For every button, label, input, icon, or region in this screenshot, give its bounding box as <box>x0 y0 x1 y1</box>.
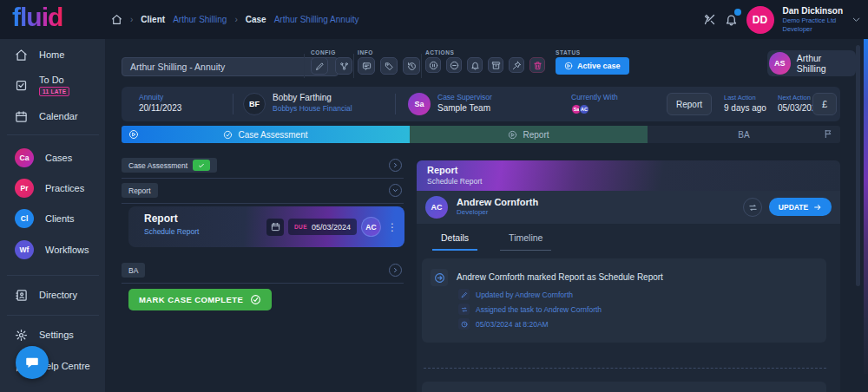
fees-button[interactable]: £ <box>812 93 837 115</box>
breadcrumb-separator: › <box>234 15 237 24</box>
case-client-card[interactable]: AS Arthur Shilling <box>767 50 856 76</box>
currently-with-label: Currently With <box>571 93 618 101</box>
pause-case-icon[interactable] <box>425 57 441 73</box>
pin-icon[interactable] <box>509 57 524 73</box>
detail-assignee-row: AC Andrew Cornforth Developer UPDATE <box>417 191 840 224</box>
sidebar-item-calendar[interactable]: Calendar <box>0 106 106 127</box>
adviser-block: Bobby Farthing Bobbys House Financial <box>273 93 352 113</box>
last-action-label: Last Action <box>724 94 766 101</box>
sidebar-item-todo[interactable]: To Do 11 LATE <box>0 73 106 97</box>
alert-bell-icon[interactable] <box>467 57 483 73</box>
timeline-entry-card[interactable]: Andrew Cornforth marked Report as Schedu… <box>422 258 826 343</box>
breadcrumb-case-link[interactable]: Arthur Shilling Annuity <box>274 15 359 24</box>
play-circle-icon <box>508 130 517 140</box>
tools-icon[interactable] <box>703 13 716 26</box>
sidebar-item-cases[interactable]: Ca Cases <box>0 147 106 168</box>
info-group-label: INFO <box>358 49 373 56</box>
vertical-scrollbar[interactable] <box>856 45 860 286</box>
tag-icon[interactable] <box>380 57 398 75</box>
info-icon-group <box>358 57 420 75</box>
case-select-value: Arthur Shilling - Annuity <box>130 62 225 72</box>
current-stage-report-button[interactable]: Report <box>667 93 712 115</box>
sidebar-item-home[interactable]: Home <box>0 44 106 65</box>
stage-label: Case Assessment <box>238 130 307 140</box>
user-avatar[interactable]: DD <box>746 6 774 34</box>
home-icon[interactable] <box>111 14 122 25</box>
status-button-label: Active case <box>577 62 621 70</box>
breadcrumb-client-label: Client <box>141 15 165 24</box>
delete-trash-icon[interactable] <box>529 57 545 73</box>
calendar-icon[interactable] <box>266 219 284 236</box>
timeline-next-card-partial <box>422 382 826 392</box>
section-complete-badge <box>193 160 210 171</box>
chat-bubble-icon <box>24 355 40 370</box>
task-card-controls: DUE 05/03/2024 AC ⋮ <box>266 206 399 247</box>
calendar-icon <box>15 110 28 123</box>
edit-pencil-icon[interactable] <box>311 57 328 75</box>
tab-details[interactable]: Details <box>432 232 477 251</box>
active-case-status-button[interactable]: Active case <box>556 57 629 75</box>
user-menu-chevron-icon[interactable] <box>852 15 861 24</box>
toolbar-separator <box>304 54 305 78</box>
task-menu-kebab-icon[interactable]: ⋮ <box>385 222 399 232</box>
sidebar-divider <box>7 315 99 316</box>
breadcrumb-case-label: Case <box>246 15 266 24</box>
section-chip-report[interactable]: Report <box>122 183 158 198</box>
check-circle-icon <box>250 294 261 305</box>
clients-icon: Cl <box>15 209 34 228</box>
edge-gradient-strip <box>864 39 868 374</box>
supervisor-block: Case Supervisor Sample Team <box>437 93 492 113</box>
last-action-value: 9 days ago <box>724 103 766 113</box>
sidebar-item-clients[interactable]: Cl Clients <box>0 208 106 229</box>
workflow-tree-icon[interactable] <box>335 57 352 75</box>
sidebar-item-settings[interactable]: Settings <box>0 324 106 345</box>
workflows-icon: Wf <box>15 240 34 259</box>
reassign-swap-icon[interactable] <box>743 198 762 217</box>
chat-widget-button[interactable] <box>16 346 49 379</box>
update-button[interactable]: UPDATE <box>769 198 832 216</box>
supervisor-team: Sample Team <box>437 103 492 113</box>
stage-report[interactable]: Report <box>410 126 648 143</box>
sidebar-item-directory[interactable]: Directory <box>0 284 106 305</box>
case-select-dropdown[interactable]: Arthur Shilling - Annuity ▼ <box>122 57 339 76</box>
task-assignee-avatar[interactable]: AC <box>361 217 381 237</box>
section-chip-label: BA <box>128 266 138 275</box>
breadcrumb-client-link[interactable]: Arthur Shilling <box>173 15 227 24</box>
sidebar-item-workflows[interactable]: Wf Workflows <box>0 239 106 260</box>
user-info[interactable]: Dan Dickinson Demo Practice Ltd Develope… <box>783 6 843 33</box>
timeline-entry-title: Andrew Cornforth marked Report as Schedu… <box>457 272 663 282</box>
mark-case-complete-button[interactable]: MARK CASE COMPLETE <box>128 289 272 310</box>
currently-with-block: Currently With Sa AC <box>571 93 618 114</box>
detail-subtitle: Schedule Report <box>427 177 482 186</box>
status-group-label: STATUS <box>556 49 581 56</box>
assignee-avatar[interactable]: AC <box>425 196 448 219</box>
expand-section-button[interactable] <box>389 159 402 172</box>
sidebar-item-label: Home <box>39 49 64 60</box>
workflow-section-report: Report <box>122 183 404 204</box>
archive-box-icon[interactable] <box>488 57 503 73</box>
collapse-section-button[interactable] <box>389 184 402 197</box>
task-title: Report <box>144 212 178 225</box>
section-chip-ba[interactable]: BA <box>122 263 145 278</box>
tab-timeline[interactable]: Timeline <box>500 232 551 251</box>
stage-label: BA <box>738 130 749 140</box>
sidebar-item-label: Clients <box>45 213 75 224</box>
notes-message-icon[interactable] <box>358 57 375 75</box>
expand-section-button[interactable] <box>389 264 402 277</box>
fluid-logo[interactable]: fluid <box>12 3 62 32</box>
timeline-separator <box>424 368 826 369</box>
remove-circle-icon[interactable] <box>446 57 462 73</box>
stage-case-assessment[interactable]: Case Assessment <box>122 126 410 143</box>
section-chip-case-assessment[interactable]: Case Assessment <box>122 158 217 173</box>
actions-group-label: ACTIONS <box>425 49 454 56</box>
history-clock-icon[interactable] <box>403 57 420 75</box>
summary-divider <box>395 94 396 114</box>
app-root: fluid › Client Arthur Shilling › Case Ar… <box>0 0 868 392</box>
workflow-section-case-assessment: Case Assessment <box>122 158 404 179</box>
stage-ba[interactable]: BA <box>648 126 840 143</box>
assignee-role: Developer <box>457 208 538 216</box>
currently-with-avatar[interactable]: AC <box>579 104 589 114</box>
task-card-report[interactable]: Report Schedule Report DUE 05/03/2024 AC… <box>128 206 404 247</box>
notifications-bell[interactable] <box>725 13 738 26</box>
sidebar-item-practices[interactable]: Pr Practices <box>0 178 106 199</box>
